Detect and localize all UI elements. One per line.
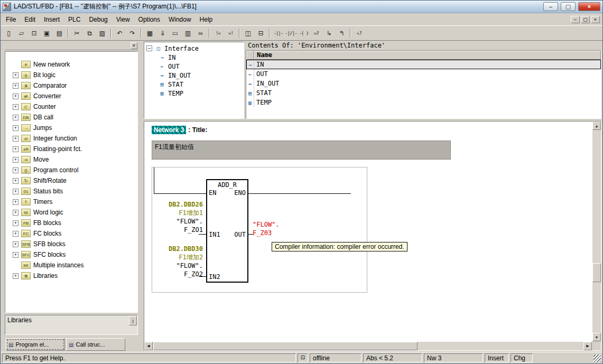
sidebar-item-sfb-blocks[interactable]: +SFBSFB blocks: [5, 239, 137, 249]
contact-nc-button[interactable]: -|/|-: [285, 27, 297, 39]
network-label[interactable]: Network 3: [152, 126, 186, 134]
title-bar[interactable]: LAD/STL/FBD - [FB1 -- "逻辑控制" -- 例子\S7 Pr…: [1, 1, 602, 13]
split-window-button[interactable]: ⊟: [255, 27, 267, 39]
expand-plus-icon[interactable]: +: [13, 72, 18, 78]
contents-table[interactable]: Name →IN←OUT↔IN_OUT▤STAT▥TEMP: [246, 50, 601, 119]
cut-button[interactable]: ✂: [71, 27, 83, 39]
sidebar-item-shift-rotate[interactable]: +↻Shift/Rotate: [5, 175, 137, 186]
scroll-up-icon[interactable]: ▲: [592, 122, 601, 130]
sidebar-item-multiple-instances[interactable]: MIMultiple instances: [5, 260, 137, 270]
maximize-button[interactable]: ▢: [561, 2, 576, 11]
interface-item-stat[interactable]: ▤STAT: [146, 80, 244, 89]
scroll-down-icon[interactable]: ▼: [592, 333, 601, 341]
expand-plus-icon[interactable]: +: [13, 83, 18, 89]
redo-button[interactable]: ↷: [126, 27, 138, 39]
close-branch-button[interactable]: ↰: [336, 27, 348, 39]
editor-pane[interactable]: Network 3 : Title: F1流量初始值 ADD_R EN ENO: [144, 121, 601, 351]
minimize-button[interactable]: –: [543, 2, 558, 11]
sidebar-item-jumps[interactable]: +→Jumps: [5, 123, 137, 133]
sidebar-item-converter[interactable]: +⇄Converter: [5, 91, 137, 101]
empty-box-button[interactable]: ▭?: [310, 27, 322, 39]
contents-row-temp[interactable]: ▥TEMP: [246, 98, 601, 107]
network-comment[interactable]: F1流量初始值: [152, 141, 451, 160]
expand-plus-icon[interactable]: +: [13, 273, 18, 279]
symbol-table-button[interactable]: ▥: [182, 27, 194, 39]
interface-item-temp[interactable]: ▥TEMP: [146, 89, 244, 98]
expand-plus-icon[interactable]: +: [13, 125, 18, 131]
network-area[interactable]: ADD_R EN ENO IN1 OUT IN2 DB2.DBD26 F1增加1…: [152, 167, 367, 293]
collapse-minus-icon[interactable]: −: [146, 45, 152, 51]
expand-plus-icon[interactable]: +: [13, 252, 18, 258]
horizontal-scroll-thumb[interactable]: [153, 342, 418, 350]
close-button[interactable]: ×: [578, 2, 600, 11]
menu-item-window[interactable]: Window: [164, 15, 196, 24]
contents-row-out[interactable]: ←OUT: [246, 69, 601, 79]
contact-no-button[interactable]: -||-: [272, 27, 284, 39]
mdi-close-button[interactable]: ×: [591, 16, 600, 23]
contents-row-stat[interactable]: ▤STAT: [246, 88, 601, 98]
monitor-button[interactable]: ▭: [169, 27, 181, 39]
expand-plus-icon[interactable]: +: [13, 231, 18, 237]
expand-plus-icon[interactable]: +: [13, 136, 18, 142]
column-name-header[interactable]: Name: [254, 51, 601, 60]
tab-program-el[interactable]: ▤Program el...: [6, 338, 65, 351]
help-pointer-button[interactable]: ↖?: [353, 27, 365, 39]
expand-plus-icon[interactable]: +: [13, 157, 18, 163]
sidebar-item-sfc-blocks[interactable]: +SFCSFC blocks: [5, 249, 137, 260]
sidebar-item-integer-function[interactable]: +±IInteger function: [5, 133, 137, 144]
sidebar-item-db-call[interactable]: +DBDB call: [5, 112, 137, 123]
sidebar-item-libraries[interactable]: +≣Libraries: [5, 270, 137, 281]
expand-plus-icon[interactable]: +: [13, 104, 18, 110]
sidebar-item-comparator[interactable]: +≶Comparator: [5, 80, 137, 91]
copy-button[interactable]: ⧉: [84, 27, 96, 39]
scroll-left-icon[interactable]: ◀: [144, 342, 153, 350]
expand-plus-icon[interactable]: +: [13, 115, 18, 120]
sidebar-item-counter[interactable]: +CCounter: [5, 101, 137, 112]
expand-plus-icon[interactable]: +: [13, 189, 18, 194]
interface-item-in[interactable]: →IN: [146, 53, 244, 62]
contents-row-in-out[interactable]: ↔IN_OUT: [246, 79, 601, 88]
expand-plus-icon[interactable]: +: [13, 220, 18, 226]
sidebar-item-move[interactable]: +⇒Move: [5, 154, 137, 165]
vertical-scroll-thumb[interactable]: [592, 263, 601, 282]
horizontal-scrollbar[interactable]: ◀ ▶: [144, 341, 592, 350]
sidebar-item-program-control[interactable]: +{}Program control: [5, 165, 137, 175]
expand-plus-icon[interactable]: +: [13, 178, 18, 184]
sidebar-splitter[interactable]: [140, 42, 142, 351]
vertical-scrollbar[interactable]: ▲ ▼: [592, 122, 601, 341]
menu-item-file[interactable]: File: [2, 15, 20, 24]
menu-item-edit[interactable]: Edit: [20, 15, 40, 24]
expand-plus-icon[interactable]: +: [13, 167, 18, 173]
download-button[interactable]: ⇓: [156, 27, 169, 39]
sidebar-item-timers[interactable]: +TTimers: [5, 197, 137, 207]
undo-button[interactable]: ↶: [114, 27, 126, 39]
interface-root-row[interactable]: − ◫ Interface: [146, 44, 244, 53]
print-button[interactable]: ▤: [53, 27, 66, 39]
expand-plus-icon[interactable]: +: [13, 199, 18, 205]
menu-item-view[interactable]: View: [112, 15, 134, 24]
menu-item-plc[interactable]: PLC: [64, 15, 85, 24]
goto-next-error-button[interactable]: »!: [225, 27, 237, 39]
sidebar-item-word-logic[interactable]: +WWord logic: [5, 207, 137, 218]
close-sidebar-icon[interactable]: ×: [131, 42, 137, 49]
sidebar-item-floating-point-fct[interactable]: +±RFloating-point fct.: [5, 144, 137, 154]
view-data-button[interactable]: ▦: [144, 27, 156, 39]
open-branch-button[interactable]: ↳: [323, 27, 335, 39]
sidebar-item-fc-blocks[interactable]: +FCFC blocks: [5, 228, 137, 239]
operand-in2[interactable]: DB2.DBD30 F1增加2 "FLOW". F_ZO2: [154, 245, 203, 278]
glasses-button[interactable]: ∞: [194, 27, 207, 39]
sidebar-item-fb-blocks[interactable]: +FBFB blocks: [5, 218, 137, 228]
expand-plus-icon[interactable]: +: [13, 241, 18, 247]
status-connection-icon[interactable]: ⊡: [298, 353, 308, 362]
new-document-button[interactable]: ▯: [3, 27, 15, 39]
interface-tree-panel[interactable]: − ◫ Interface →IN←OUT↔IN_OUT▤STAT▥TEMP: [144, 42, 244, 119]
operand-in1[interactable]: DB2.DBD26 F1增加1 "FLOW". F_ZO1: [154, 200, 203, 234]
add-r-block[interactable]: ADD_R EN ENO IN1 OUT IN2: [206, 179, 248, 283]
sidebar-item-new-network[interactable]: #New network: [5, 59, 137, 70]
interface-item-out[interactable]: ←OUT: [146, 62, 244, 71]
new-window-button[interactable]: ◫: [242, 27, 254, 39]
sort-toggle-button[interactable]: ↕: [129, 316, 137, 325]
tab-call-struc[interactable]: ▤Call struc...: [66, 338, 125, 351]
contents-row-in[interactable]: →IN: [246, 60, 601, 69]
expand-plus-icon[interactable]: +: [13, 210, 18, 216]
